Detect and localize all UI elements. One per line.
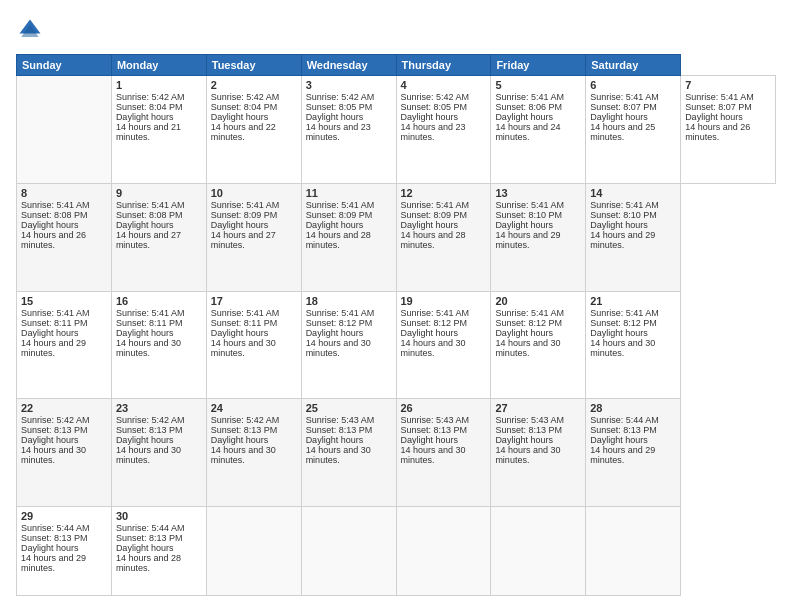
calendar-cell: 14Sunrise: 5:41 AMSunset: 8:10 PMDayligh… — [586, 183, 681, 291]
calendar-week-4: 22Sunrise: 5:42 AMSunset: 8:13 PMDayligh… — [17, 399, 776, 507]
day-info: Sunrise: 5:41 AMSunset: 8:06 PMDaylight … — [495, 92, 564, 142]
day-info: Sunrise: 5:44 AMSunset: 8:13 PMDaylight … — [590, 415, 659, 465]
day-number: 15 — [21, 295, 107, 307]
calendar-cell: 26Sunrise: 5:43 AMSunset: 8:13 PMDayligh… — [396, 399, 491, 507]
day-info: Sunrise: 5:44 AMSunset: 8:13 PMDaylight … — [21, 523, 90, 573]
day-info: Sunrise: 5:41 AMSunset: 8:12 PMDaylight … — [401, 308, 470, 358]
day-number: 24 — [211, 402, 297, 414]
day-info: Sunrise: 5:41 AMSunset: 8:07 PMDaylight … — [590, 92, 659, 142]
day-number: 12 — [401, 187, 487, 199]
calendar-cell: 4Sunrise: 5:42 AMSunset: 8:05 PMDaylight… — [396, 76, 491, 184]
day-info: Sunrise: 5:44 AMSunset: 8:13 PMDaylight … — [116, 523, 185, 573]
day-info: Sunrise: 5:42 AMSunset: 8:13 PMDaylight … — [21, 415, 90, 465]
calendar-cell — [396, 507, 491, 596]
day-info: Sunrise: 5:41 AMSunset: 8:12 PMDaylight … — [590, 308, 659, 358]
calendar-cell: 22Sunrise: 5:42 AMSunset: 8:13 PMDayligh… — [17, 399, 112, 507]
day-info: Sunrise: 5:41 AMSunset: 8:08 PMDaylight … — [116, 200, 185, 250]
calendar-cell: 29Sunrise: 5:44 AMSunset: 8:13 PMDayligh… — [17, 507, 112, 596]
calendar-cell: 9Sunrise: 5:41 AMSunset: 8:08 PMDaylight… — [111, 183, 206, 291]
calendar-cell — [586, 507, 681, 596]
calendar-cell: 13Sunrise: 5:41 AMSunset: 8:10 PMDayligh… — [491, 183, 586, 291]
empty-cell — [17, 76, 112, 184]
day-info: Sunrise: 5:42 AMSunset: 8:05 PMDaylight … — [306, 92, 375, 142]
day-info: Sunrise: 5:41 AMSunset: 8:07 PMDaylight … — [685, 92, 754, 142]
calendar-cell — [491, 507, 586, 596]
calendar-cell: 25Sunrise: 5:43 AMSunset: 8:13 PMDayligh… — [301, 399, 396, 507]
day-info: Sunrise: 5:41 AMSunset: 8:11 PMDaylight … — [21, 308, 90, 358]
day-number: 9 — [116, 187, 202, 199]
calendar-cell: 2Sunrise: 5:42 AMSunset: 8:04 PMDaylight… — [206, 76, 301, 184]
day-number: 19 — [401, 295, 487, 307]
calendar-cell: 17Sunrise: 5:41 AMSunset: 8:11 PMDayligh… — [206, 291, 301, 399]
day-number: 23 — [116, 402, 202, 414]
day-info: Sunrise: 5:41 AMSunset: 8:11 PMDaylight … — [116, 308, 185, 358]
calendar-cell: 30Sunrise: 5:44 AMSunset: 8:13 PMDayligh… — [111, 507, 206, 596]
day-number: 5 — [495, 79, 581, 91]
day-info: Sunrise: 5:41 AMSunset: 8:10 PMDaylight … — [495, 200, 564, 250]
day-number: 21 — [590, 295, 676, 307]
calendar-cell: 23Sunrise: 5:42 AMSunset: 8:13 PMDayligh… — [111, 399, 206, 507]
day-info: Sunrise: 5:41 AMSunset: 8:09 PMDaylight … — [401, 200, 470, 250]
day-info: Sunrise: 5:41 AMSunset: 8:12 PMDaylight … — [306, 308, 375, 358]
calendar-week-5: 29Sunrise: 5:44 AMSunset: 8:13 PMDayligh… — [17, 507, 776, 596]
day-info: Sunrise: 5:41 AMSunset: 8:10 PMDaylight … — [590, 200, 659, 250]
day-info: Sunrise: 5:43 AMSunset: 8:13 PMDaylight … — [306, 415, 375, 465]
header — [16, 16, 776, 44]
day-info: Sunrise: 5:42 AMSunset: 8:04 PMDaylight … — [211, 92, 280, 142]
calendar-cell: 1Sunrise: 5:42 AMSunset: 8:04 PMDaylight… — [111, 76, 206, 184]
day-number: 18 — [306, 295, 392, 307]
calendar-cell: 11Sunrise: 5:41 AMSunset: 8:09 PMDayligh… — [301, 183, 396, 291]
day-number: 17 — [211, 295, 297, 307]
day-number: 2 — [211, 79, 297, 91]
calendar-week-2: 8Sunrise: 5:41 AMSunset: 8:08 PMDaylight… — [17, 183, 776, 291]
calendar-cell: 19Sunrise: 5:41 AMSunset: 8:12 PMDayligh… — [396, 291, 491, 399]
calendar-cell — [301, 507, 396, 596]
day-number: 4 — [401, 79, 487, 91]
day-header-friday: Friday — [491, 55, 586, 76]
day-header-monday: Monday — [111, 55, 206, 76]
day-number: 26 — [401, 402, 487, 414]
calendar-cell: 16Sunrise: 5:41 AMSunset: 8:11 PMDayligh… — [111, 291, 206, 399]
page: SundayMondayTuesdayWednesdayThursdayFrid… — [0, 0, 792, 612]
day-number: 11 — [306, 187, 392, 199]
day-header-tuesday: Tuesday — [206, 55, 301, 76]
day-info: Sunrise: 5:41 AMSunset: 8:11 PMDaylight … — [211, 308, 280, 358]
calendar-cell: 12Sunrise: 5:41 AMSunset: 8:09 PMDayligh… — [396, 183, 491, 291]
day-info: Sunrise: 5:42 AMSunset: 8:05 PMDaylight … — [401, 92, 470, 142]
day-header-sunday: Sunday — [17, 55, 112, 76]
calendar-week-3: 15Sunrise: 5:41 AMSunset: 8:11 PMDayligh… — [17, 291, 776, 399]
calendar-cell: 28Sunrise: 5:44 AMSunset: 8:13 PMDayligh… — [586, 399, 681, 507]
day-number: 1 — [116, 79, 202, 91]
day-info: Sunrise: 5:41 AMSunset: 8:08 PMDaylight … — [21, 200, 90, 250]
calendar-cell: 15Sunrise: 5:41 AMSunset: 8:11 PMDayligh… — [17, 291, 112, 399]
logo-icon — [16, 16, 44, 44]
day-number: 8 — [21, 187, 107, 199]
day-number: 29 — [21, 510, 107, 522]
day-header-wednesday: Wednesday — [301, 55, 396, 76]
calendar-table: SundayMondayTuesdayWednesdayThursdayFrid… — [16, 54, 776, 596]
day-number: 14 — [590, 187, 676, 199]
day-number: 20 — [495, 295, 581, 307]
calendar-week-1: 1Sunrise: 5:42 AMSunset: 8:04 PMDaylight… — [17, 76, 776, 184]
day-info: Sunrise: 5:42 AMSunset: 8:13 PMDaylight … — [211, 415, 280, 465]
day-number: 6 — [590, 79, 676, 91]
day-number: 13 — [495, 187, 581, 199]
calendar-cell: 5Sunrise: 5:41 AMSunset: 8:06 PMDaylight… — [491, 76, 586, 184]
day-info: Sunrise: 5:41 AMSunset: 8:12 PMDaylight … — [495, 308, 564, 358]
day-header-thursday: Thursday — [396, 55, 491, 76]
calendar-cell: 27Sunrise: 5:43 AMSunset: 8:13 PMDayligh… — [491, 399, 586, 507]
day-info: Sunrise: 5:43 AMSunset: 8:13 PMDaylight … — [495, 415, 564, 465]
day-number: 22 — [21, 402, 107, 414]
calendar-cell: 6Sunrise: 5:41 AMSunset: 8:07 PMDaylight… — [586, 76, 681, 184]
day-number: 27 — [495, 402, 581, 414]
calendar-cell — [206, 507, 301, 596]
day-number: 10 — [211, 187, 297, 199]
day-number: 16 — [116, 295, 202, 307]
day-header-saturday: Saturday — [586, 55, 681, 76]
day-info: Sunrise: 5:43 AMSunset: 8:13 PMDaylight … — [401, 415, 470, 465]
calendar-cell: 3Sunrise: 5:42 AMSunset: 8:05 PMDaylight… — [301, 76, 396, 184]
calendar-cell: 24Sunrise: 5:42 AMSunset: 8:13 PMDayligh… — [206, 399, 301, 507]
calendar-cell: 7Sunrise: 5:41 AMSunset: 8:07 PMDaylight… — [681, 76, 776, 184]
day-info: Sunrise: 5:41 AMSunset: 8:09 PMDaylight … — [211, 200, 280, 250]
day-info: Sunrise: 5:42 AMSunset: 8:13 PMDaylight … — [116, 415, 185, 465]
